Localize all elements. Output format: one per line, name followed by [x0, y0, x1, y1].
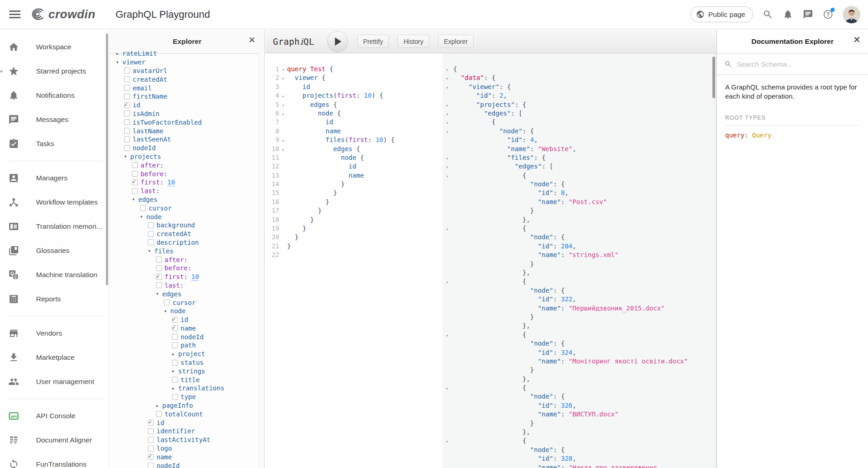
sidebar-scrollbar[interactable] — [106, 33, 108, 285]
fold-arrow-icon[interactable]: ▾ — [279, 65, 287, 74]
tree-field-description[interactable]: description — [157, 239, 199, 246]
tree-arg-before[interactable]: before: — [165, 264, 192, 272]
tree-field-logo[interactable]: logo — [157, 445, 172, 452]
tree-field-firstname[interactable]: firstName — [133, 93, 167, 100]
field-checkbox[interactable] — [172, 342, 178, 348]
fold-arrow-icon[interactable]: ▾ — [279, 91, 287, 100]
tree-field-cursor[interactable]: cursor — [149, 205, 172, 212]
collapse-icon[interactable]: ▾ — [140, 214, 146, 220]
tree-arg-after[interactable]: after: — [165, 256, 188, 263]
hamburger-menu-icon[interactable] — [9, 9, 21, 21]
search-icon[interactable] — [763, 9, 773, 20]
field-checkbox[interactable] — [132, 171, 138, 177]
sidebar-item-notifications[interactable]: Notifications — [0, 83, 109, 107]
tree-field-path[interactable]: path — [181, 342, 196, 349]
sidebar-item-tasks[interactable]: Tasks — [0, 131, 109, 156]
tree-arg-first[interactable]: first: — [141, 179, 164, 186]
field-checkbox[interactable] — [148, 420, 154, 426]
history-button[interactable]: History — [397, 35, 429, 48]
expand-icon[interactable]: ▸ — [172, 385, 178, 391]
explorer-button[interactable]: Explorer — [438, 35, 474, 48]
fold-arrow-icon[interactable]: ▾ — [443, 384, 453, 392]
sidebar-item-messages[interactable]: Messages — [0, 107, 109, 131]
sidebar-item-managers[interactable]: Managers — [0, 166, 109, 190]
tree-field-nodeid[interactable]: nodeId — [157, 462, 180, 468]
crowdin-logo[interactable]: crowdin — [28, 7, 95, 21]
tree-arg-before[interactable]: before: — [141, 170, 167, 178]
tree-field-background[interactable]: background — [157, 221, 195, 229]
tree-field-node[interactable]: node — [146, 213, 162, 221]
sidebar-item-machine-translation[interactable]: G文Machine translation — [0, 263, 109, 287]
field-checkbox[interactable] — [172, 394, 178, 400]
collapse-icon[interactable]: ▾ — [164, 308, 170, 314]
field-checkbox[interactable] — [124, 68, 130, 74]
collapse-icon[interactable]: ▾ — [132, 196, 138, 202]
sidebar-item-vendors[interactable]: Vendors — [0, 321, 109, 345]
prettify-button[interactable]: Prettify — [357, 35, 389, 48]
collapse-icon[interactable]: ▾ — [156, 291, 162, 297]
tree-field-cursor[interactable]: cursor — [173, 299, 196, 306]
sidebar-item-funtranslations[interactable]: FunTranslations — [0, 452, 109, 468]
tree-field-createdat[interactable]: createdAt — [133, 76, 167, 83]
sidebar-item-glossaries[interactable]: Glossaries — [0, 238, 109, 263]
tree-field-type[interactable]: type — [181, 393, 196, 400]
field-checkbox[interactable] — [172, 317, 178, 323]
query-editor[interactable]: 1▾query Test {2▾ viewer {3 id4▾ projects… — [265, 53, 443, 468]
tree-field-name[interactable]: name — [181, 325, 196, 332]
fold-arrow-icon[interactable]: ▾ — [443, 83, 453, 91]
fold-arrow-icon[interactable]: ▾ — [443, 171, 453, 180]
tree-field-translations[interactable]: translations — [178, 384, 225, 392]
docs-close-icon[interactable]: ✕ — [853, 35, 861, 44]
tree-field-createdat[interactable]: createdAt — [157, 230, 191, 237]
sidebar-item-translation-memori[interactable]: Translation memori... — [0, 214, 109, 238]
fold-arrow-icon[interactable]: ▾ — [279, 100, 287, 109]
field-checkbox[interactable] — [148, 428, 154, 434]
sidebar-item-workspace[interactable]: Workspace — [0, 35, 109, 59]
field-checkbox[interactable] — [148, 463, 154, 468]
tree-field-viewer[interactable]: viewer — [122, 58, 146, 66]
fold-arrow-icon[interactable]: ▾ — [443, 74, 453, 82]
fold-arrow-icon[interactable]: ▾ — [279, 136, 287, 144]
root-query-type-link[interactable]: Query — [752, 131, 771, 139]
field-checkbox[interactable] — [132, 188, 138, 194]
tree-field-status[interactable]: status — [181, 359, 204, 366]
field-checkbox[interactable] — [148, 222, 154, 228]
fold-arrow-icon[interactable]: ▾ — [443, 100, 453, 109]
tree-field-files[interactable]: files — [154, 247, 173, 255]
field-checkbox[interactable] — [124, 145, 130, 151]
tree-field-projects[interactable]: projects — [131, 153, 161, 160]
field-checkbox[interactable] — [156, 274, 162, 280]
tree-field-totalcount[interactable]: totalCount — [165, 410, 203, 418]
fold-arrow-icon[interactable]: ▾ — [443, 65, 453, 74]
tree-field-strings[interactable]: strings — [178, 368, 205, 375]
fold-arrow-icon[interactable]: ▾ — [279, 145, 287, 153]
collapse-icon[interactable]: ▾ — [124, 153, 131, 159]
tree-arg-after[interactable]: after: — [141, 162, 164, 169]
field-checkbox[interactable] — [156, 411, 162, 417]
fold-arrow-icon[interactable]: ▾ — [443, 331, 453, 339]
tree-field-nodeid[interactable]: nodeId — [133, 144, 156, 152]
explorer-close-icon[interactable]: ✕ — [248, 36, 256, 44]
tree-field-id[interactable]: id — [133, 101, 141, 109]
field-checkbox[interactable] — [156, 282, 162, 288]
fold-arrow-icon[interactable]: ▾ — [279, 109, 287, 118]
fold-arrow-icon[interactable]: ▾ — [443, 153, 453, 162]
expand-icon[interactable]: ▸ — [116, 51, 122, 57]
field-checkbox[interactable] — [124, 137, 130, 142]
field-checkbox[interactable] — [140, 205, 146, 211]
fold-arrow-icon[interactable]: ▾ — [443, 109, 453, 118]
field-checkbox[interactable] — [132, 162, 138, 168]
field-checkbox[interactable] — [156, 257, 162, 263]
tree-field-pageinfo[interactable]: pageInfo — [162, 402, 193, 409]
tree-field-edges[interactable]: edges — [138, 196, 157, 203]
field-checkbox[interactable] — [148, 446, 154, 452]
fold-arrow-icon[interactable]: ▾ — [443, 127, 453, 136]
tree-field-isadmin[interactable]: isAdmin — [133, 110, 160, 117]
field-checkbox[interactable] — [148, 454, 154, 460]
tree-field-id[interactable]: id — [181, 316, 188, 323]
tree-field-lastactivityat[interactable]: lastActivityAt — [157, 436, 210, 443]
tree-field-title[interactable]: title — [181, 376, 200, 384]
tree-field-id[interactable]: id — [157, 419, 164, 426]
tree-arg-first[interactable]: first: — [165, 273, 188, 280]
tree-field-node[interactable]: node — [170, 307, 186, 315]
